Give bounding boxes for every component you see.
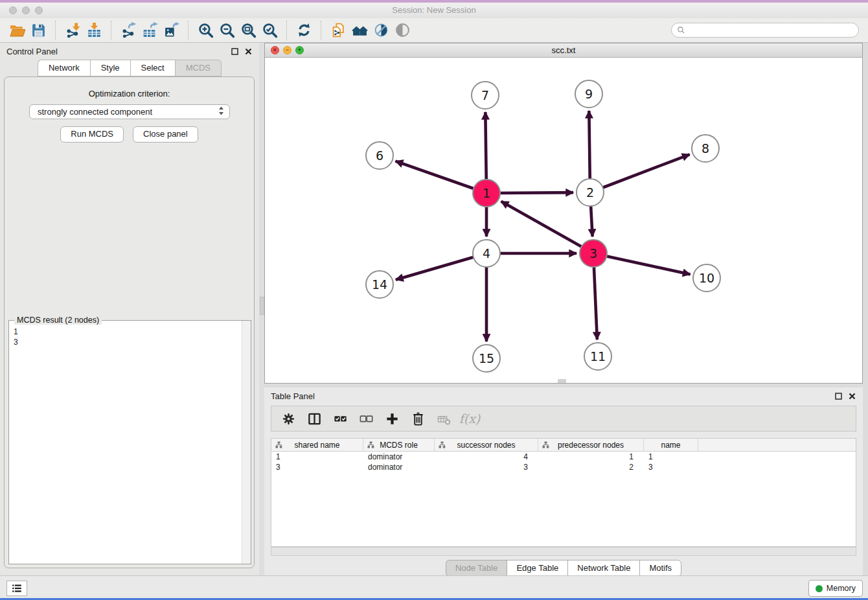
zoom-out-button[interactable] [216,19,238,41]
open-file-button[interactable] [6,19,28,41]
deselect-all-button[interactable] [354,408,378,430]
export-image-button[interactable] [161,19,182,41]
graph-node-8[interactable]: 8 [692,135,719,162]
tab-motifs[interactable]: Motifs [639,560,681,577]
graph-node-4[interactable]: 4 [473,240,500,267]
export-image-icon [163,22,179,38]
vertical-splitter[interactable] [259,43,264,575]
save-session-button[interactable] [28,19,49,41]
table-cell[interactable]: 1 [644,452,698,462]
splitter-grip[interactable] [260,297,264,315]
graph-node-11[interactable]: 11 [584,343,611,370]
result-scrollbar[interactable] [242,321,251,564]
table-cell[interactable]: 4 [435,452,538,462]
add-row-button[interactable] [380,408,404,430]
table-cell[interactable]: 2 [538,462,644,472]
graph-edge-3-1[interactable] [501,202,593,253]
graph-edge-3-10[interactable] [593,253,691,274]
table-cell[interactable]: 3 [435,462,538,472]
float-icon [231,48,238,55]
column-header-predecessor-nodes[interactable]: predecessor nodes [538,439,644,451]
graph-node-9[interactable]: 9 [575,80,602,108]
column-header-name[interactable]: name [644,439,698,451]
tab-node-table[interactable]: Node Table [446,560,507,577]
table-cell[interactable]: dominator [363,462,435,472]
zoom-selected-button[interactable] [259,19,280,41]
select-all-button[interactable] [328,408,352,430]
graph-node-14[interactable]: 14 [366,271,393,298]
export-table-icon [142,22,158,38]
import-table-button[interactable] [84,19,105,41]
search-input[interactable] [689,25,853,36]
table-settings-button[interactable] [277,408,300,430]
table-cell[interactable]: 3 [644,462,698,472]
graph-node-6[interactable]: 6 [366,142,393,169]
delete-rows-button[interactable] [406,408,429,430]
graph-node-2[interactable]: 2 [577,179,604,206]
float-panel-button[interactable] [231,47,239,56]
table-cell[interactable]: 1 [271,452,363,462]
network-canvas[interactable]: 7968124314101511 [265,58,862,383]
search-field[interactable] [671,23,859,38]
graph-node-7[interactable]: 7 [472,82,499,109]
close-table-panel-button[interactable] [848,392,856,400]
delete-table-button[interactable] [432,408,455,430]
import-network-button[interactable] [62,19,84,41]
tab-network-table[interactable]: Network Table [567,560,639,577]
clone-network-button[interactable] [328,19,349,41]
tab-mcds[interactable]: MCDS [175,60,222,76]
column-visibility-button[interactable] [303,408,326,430]
memory-label: Memory [827,584,856,593]
task-history-button[interactable] [6,581,27,596]
tab-edge-table[interactable]: Edge Table [507,560,567,577]
close-panel-button[interactable] [244,47,253,56]
column-type-icon [542,441,549,448]
zoom-fit-icon [240,22,257,38]
tab-style[interactable]: Style [90,60,130,76]
network-resize-grip[interactable] [558,379,566,383]
table-horizontal-scrollbar[interactable] [271,547,856,556]
graph-node-3[interactable]: 3 [580,240,607,267]
graph-node-label: 6 [376,148,383,163]
network-window-titlebar: × − + scc.txt [265,43,862,58]
gear-icon [281,411,296,426]
refresh-button[interactable] [293,19,315,41]
graph-edge-2-8[interactable] [590,154,690,192]
mcds-pane: Optimization criterion: strongly connect… [4,76,255,568]
export-network-button[interactable] [118,19,139,41]
float-icon [835,393,842,400]
graph-edge-1-6[interactable] [396,161,486,193]
first-neighbors-button[interactable] [349,19,371,41]
toolbar-separator [286,21,288,40]
criterion-dropdown[interactable]: strongly connected component [29,104,230,119]
mcds-result-list[interactable]: 13 [9,323,242,564]
tab-select[interactable]: Select [130,60,175,76]
table-row[interactable]: 3dominator323 [271,462,856,472]
column-header-mcds-role[interactable]: MCDS role [363,439,435,451]
table-cell[interactable]: 1 [538,452,644,462]
graph-node-1[interactable]: 1 [473,179,500,207]
graphics-details-button[interactable] [371,19,392,41]
float-table-panel-button[interactable] [834,392,843,400]
run-mcds-button[interactable]: Run MCDS [60,126,124,143]
column-header-shared-name[interactable]: shared name [271,439,363,451]
graph-node-label: 2 [586,185,594,200]
show-hide-panel-button[interactable] [392,19,413,41]
apply-function-button[interactable]: f(x) [458,408,481,430]
zoom-fit-button[interactable] [238,19,259,41]
tab-network[interactable]: Network [38,60,90,76]
graph-node-10[interactable]: 10 [693,264,720,292]
table-cell[interactable]: 3 [271,462,363,472]
zoom-in-button[interactable] [195,19,216,41]
table-cell[interactable]: dominator [363,452,435,462]
graph-node-label: 11 [590,349,606,363]
table-row[interactable]: 1dominator411 [271,452,856,462]
mcds-result-box: MCDS result (2 nodes) 13 [8,320,251,564]
search-icon [677,26,685,34]
graph-node-15[interactable]: 15 [473,345,500,372]
table-panel-title: Table Panel [271,391,315,401]
memory-button[interactable]: Memory [808,580,863,597]
close-mcds-panel-button[interactable]: Close panel [133,126,198,143]
column-header-successor-nodes[interactable]: successor nodes [435,439,538,451]
export-table-button[interactable] [139,19,161,41]
